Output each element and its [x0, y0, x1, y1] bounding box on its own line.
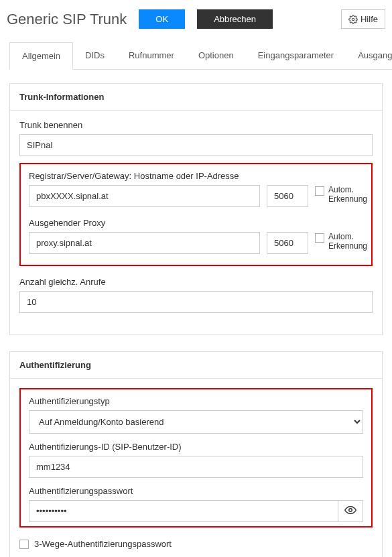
- highlight-auth: Authentifizierungstyp Auf Anmeldung/Kont…: [19, 388, 373, 528]
- threeway-auth[interactable]: 3-Wege-Authentifizierungspasswort: [19, 538, 373, 549]
- registrar-autodetect-label: Autom. Erkennung: [328, 185, 367, 204]
- checkbox-icon[interactable]: [315, 233, 324, 243]
- concurrent-calls-label: Anzahl gleichz. Anrufe: [19, 277, 373, 287]
- proxy-label: Ausgehender Proxy: [29, 218, 363, 228]
- panel-auth: Authentifizierung Authentifizierungstyp …: [9, 351, 383, 557]
- tab-ausgangsparameter[interactable]: Ausgangsparameter: [346, 42, 392, 69]
- cancel-button[interactable]: Abbrechen: [197, 9, 273, 29]
- auth-type-label: Authentifizierungstyp: [29, 396, 363, 406]
- checkbox-icon[interactable]: [315, 186, 324, 196]
- ok-button[interactable]: OK: [139, 9, 185, 29]
- page-title: Generic SIP Trunk: [7, 11, 127, 28]
- tab-optionen[interactable]: Optionen: [186, 42, 246, 69]
- checkbox-icon[interactable]: [19, 540, 29, 549]
- auth-pw-input[interactable]: [29, 500, 338, 522]
- panel-trunk-info: Trunk-Informationen Trunk benennen Regis…: [9, 83, 383, 335]
- help-button[interactable]: Hilfe: [341, 9, 385, 29]
- proxy-host-input[interactable]: [29, 232, 260, 254]
- tabs: Allgemein DIDs Rufnummer Optionen Eingan…: [9, 42, 392, 70]
- eye-icon: [344, 504, 356, 518]
- concurrent-calls-input[interactable]: [19, 291, 373, 313]
- proxy-autodetect[interactable]: Autom. Erkennung: [315, 232, 363, 251]
- trunk-name-label: Trunk benennen: [19, 120, 373, 130]
- proxy-autodetect-label: Autom. Erkennung: [328, 232, 367, 251]
- highlight-registrar-proxy: Registrar/Server/Gateway: Hostname oder …: [19, 163, 373, 266]
- tab-allgemein[interactable]: Allgemein: [9, 42, 73, 70]
- gear-icon: [348, 15, 358, 24]
- proxy-port-input[interactable]: [267, 232, 308, 254]
- tab-eingangsparameter[interactable]: Eingangsparameter: [246, 42, 346, 69]
- tab-rufnummer[interactable]: Rufnummer: [117, 42, 186, 69]
- svg-point-1: [349, 509, 352, 512]
- auth-type-select[interactable]: Auf Anmeldung/Konto basierend: [29, 410, 363, 434]
- auth-id-label: Authentifizierungs-ID (SIP-Benutzer-ID): [29, 442, 363, 452]
- help-label: Hilfe: [361, 14, 378, 24]
- svg-point-0: [352, 18, 354, 21]
- registrar-autodetect[interactable]: Autom. Erkennung: [315, 185, 363, 204]
- panel-trunk-title: Trunk-Informationen: [10, 84, 382, 111]
- auth-id-input[interactable]: [29, 456, 363, 478]
- trunk-name-input[interactable]: [19, 134, 373, 156]
- threeway-auth-label: 3-Wege-Authentifizierungspasswort: [34, 539, 172, 549]
- registrar-label: Registrar/Server/Gateway: Hostname oder …: [29, 171, 363, 181]
- registrar-host-input[interactable]: [29, 185, 260, 207]
- auth-pw-label: Authentifizierungspasswort: [29, 486, 363, 496]
- panel-auth-title: Authentifizierung: [10, 352, 382, 379]
- registrar-port-input[interactable]: [267, 185, 308, 207]
- tab-dids[interactable]: DIDs: [73, 42, 117, 69]
- toggle-password-visibility[interactable]: [338, 500, 363, 522]
